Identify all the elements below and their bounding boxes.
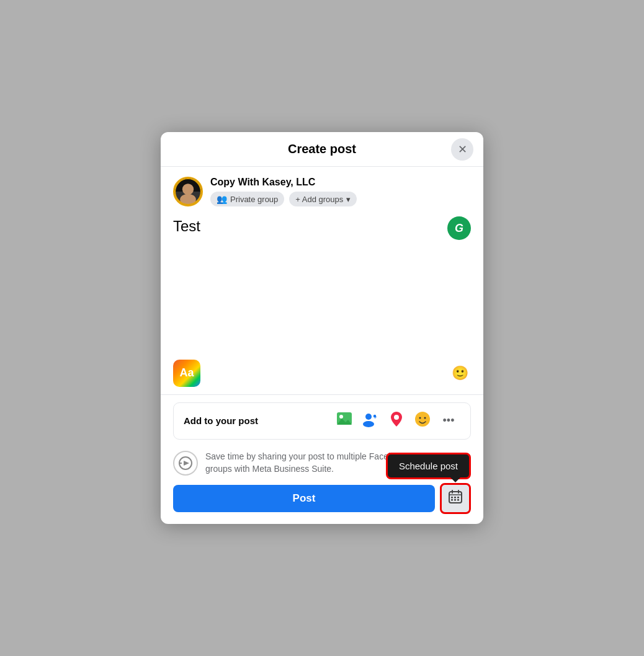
svg-point-15	[424, 417, 426, 419]
svg-rect-26	[451, 499, 453, 501]
emoji-button[interactable]: 🙂	[449, 362, 471, 384]
user-badges: 👥 Private group + Add groups ▾	[210, 192, 357, 206]
svg-point-7	[365, 414, 372, 420]
private-group-badge[interactable]: 👥 Private group	[210, 192, 284, 206]
schedule-dropdown-wrapper: Schedule post	[440, 483, 471, 514]
check-in-button[interactable]	[385, 409, 408, 433]
create-post-modal: Create post ✕ Copy With	[161, 132, 483, 523]
text-area-section: Test G	[173, 216, 471, 354]
schedule-button[interactable]	[440, 483, 471, 514]
promo-text: Save time by sharing your post to multip…	[205, 451, 414, 475]
text-format-button[interactable]: Aa	[173, 360, 200, 387]
photo-icon	[336, 410, 353, 432]
post-text-input[interactable]: Test	[173, 216, 471, 352]
add-to-post-label: Add to your post	[184, 415, 258, 426]
text-format-icon: Aa	[179, 366, 194, 379]
svg-rect-25	[457, 497, 459, 499]
svg-rect-24	[454, 497, 456, 499]
svg-rect-28	[457, 499, 459, 501]
user-info: Copy With Kasey, LLC 👥 Private group + A…	[173, 177, 471, 206]
schedule-tooltip-label: Schedule post	[399, 461, 458, 471]
private-group-label: Private group	[230, 195, 278, 204]
more-options-button[interactable]: •••	[437, 409, 460, 433]
svg-point-14	[419, 417, 421, 419]
close-icon: ✕	[458, 143, 467, 156]
add-groups-label: + Add groups	[295, 195, 343, 204]
svg-rect-27	[454, 499, 456, 501]
svg-rect-23	[451, 497, 453, 499]
add-photo-button[interactable]	[333, 409, 356, 433]
schedule-icon	[448, 489, 463, 507]
svg-point-8	[363, 421, 374, 427]
modal-header: Create post ✕	[161, 132, 483, 167]
svg-point-5	[339, 415, 343, 419]
private-group-icon: 👥	[217, 194, 227, 204]
post-label: Post	[293, 492, 316, 504]
user-name: Copy With Kasey, LLC	[210, 177, 357, 188]
emoji-icon: 🙂	[452, 365, 468, 381]
svg-point-1	[182, 184, 194, 195]
location-icon	[389, 410, 404, 432]
tag-people-icon: +	[362, 410, 379, 432]
promo-icon	[173, 451, 198, 476]
modal-title: Create post	[288, 142, 356, 156]
svg-point-13	[415, 412, 430, 427]
more-icon: •••	[443, 414, 455, 427]
feeling-activity-button[interactable]	[411, 409, 434, 433]
grammarly-icon: G	[455, 222, 463, 235]
tag-people-button[interactable]: +	[359, 409, 382, 433]
modal-body: Copy With Kasey, LLC 👥 Private group + A…	[161, 167, 483, 523]
svg-marker-17	[184, 461, 189, 466]
schedule-tooltip: Schedule post	[386, 453, 471, 479]
divider	[161, 394, 483, 395]
feeling-icon	[414, 411, 431, 431]
add-to-post-icons: +	[333, 409, 460, 433]
user-details: Copy With Kasey, LLC 👥 Private group + A…	[210, 177, 357, 206]
avatar-image	[174, 177, 202, 206]
svg-text:+: +	[373, 414, 377, 420]
close-button[interactable]: ✕	[451, 138, 473, 161]
post-row: Post Schedule post	[173, 483, 471, 514]
svg-point-12	[394, 415, 399, 420]
add-to-post-section: Add to your post	[173, 402, 471, 440]
avatar	[173, 177, 203, 206]
modal-overlay: Create post ✕ Copy With	[0, 0, 644, 656]
toolbar-row: Aa 🙂	[173, 360, 471, 387]
post-button[interactable]: Post	[173, 485, 435, 512]
add-groups-badge[interactable]: + Add groups ▾	[289, 192, 357, 206]
add-groups-chevron-icon: ▾	[346, 195, 351, 204]
